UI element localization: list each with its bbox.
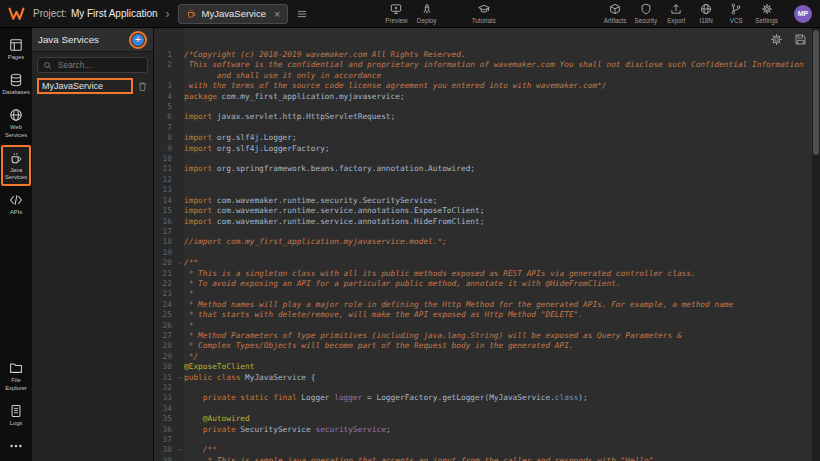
code-line: 7 bbox=[154, 123, 812, 133]
search-box[interactable] bbox=[37, 57, 148, 73]
fold-gutter bbox=[175, 425, 184, 435]
topbar-action-preview[interactable]: Preview bbox=[383, 2, 409, 25]
sidebar-item-databases[interactable]: Databases bbox=[1, 67, 31, 101]
add-java-service-button[interactable]: + bbox=[132, 34, 144, 46]
fold-gutter bbox=[175, 331, 184, 341]
code-editor[interactable]: 1/*Copyright (c) 2018-2019 wavemaker.com… bbox=[154, 28, 820, 461]
code-text: import javax.servlet.http.HttpServletReq… bbox=[184, 112, 812, 122]
line-number: 1 bbox=[154, 50, 175, 60]
fold-gutter bbox=[175, 227, 184, 237]
fold-gutter bbox=[175, 248, 184, 258]
rail-top-group: PagesDatabasesWeb ServicesJava ServicesA… bbox=[0, 32, 32, 223]
fold-gutter bbox=[175, 92, 184, 102]
code-line: 17 bbox=[154, 227, 812, 237]
line-number: 26 bbox=[154, 321, 175, 331]
fold-gutter bbox=[175, 217, 184, 227]
code-text bbox=[184, 383, 812, 393]
code-text: @ExposeToClient bbox=[184, 362, 812, 372]
code-line: 23 * bbox=[154, 289, 812, 299]
save-icon[interactable] bbox=[794, 33, 807, 46]
line-number: 19 bbox=[154, 248, 175, 258]
fold-gutter bbox=[175, 362, 184, 372]
artifacts-icon bbox=[609, 3, 621, 15]
line-number: 22 bbox=[154, 279, 175, 289]
pages-icon bbox=[9, 38, 23, 52]
sidebar-item-label: Java Services bbox=[3, 167, 29, 181]
main-area: PagesDatabasesWeb ServicesJava ServicesA… bbox=[0, 28, 820, 461]
code-area[interactable]: 1/*Copyright (c) 2018-2019 wavemaker.com… bbox=[154, 28, 812, 461]
code-text: * Method Parameters of type primitives (… bbox=[184, 331, 812, 341]
topbar: Project: My First Application › MyJavaSe… bbox=[0, 0, 820, 28]
export-icon bbox=[670, 3, 682, 15]
fold-gutter bbox=[175, 206, 184, 216]
action-label: Security bbox=[634, 17, 657, 24]
topbar-right-actions: ArtifactsSecurityExportI18NVCSSettings bbox=[602, 2, 780, 25]
fold-gutter bbox=[175, 456, 184, 461]
service-item-myjavaservice[interactable]: MyJavaService bbox=[32, 77, 153, 95]
fold-gutter bbox=[175, 112, 184, 122]
topbar-action-artifacts[interactable]: Artifacts bbox=[602, 2, 629, 25]
fold-marker-icon[interactable]: - bbox=[175, 258, 184, 268]
delete-icon[interactable] bbox=[137, 81, 148, 92]
line-number: 4 bbox=[154, 92, 175, 102]
avatar[interactable]: MP bbox=[794, 5, 812, 23]
editor-settings-icon[interactable] bbox=[770, 33, 783, 46]
left-rail: PagesDatabasesWeb ServicesJava ServicesA… bbox=[0, 28, 32, 461]
topbar-action-deploy[interactable]: Deploy bbox=[414, 2, 440, 25]
tab-list-icon[interactable] bbox=[296, 8, 308, 20]
topbar-action-tutorials[interactable]: Tutorials bbox=[470, 2, 498, 25]
code-text: import org.slf4j.LoggerFactory; bbox=[184, 144, 812, 154]
close-icon[interactable]: × bbox=[274, 8, 280, 20]
fold-gutter bbox=[175, 123, 184, 133]
line-number: 10 bbox=[154, 154, 175, 164]
code-text bbox=[184, 435, 812, 445]
code-text: @Autowired bbox=[184, 414, 812, 424]
sidebar-item-dots[interactable] bbox=[1, 433, 31, 458]
code-line: 1/*Copyright (c) 2018-2019 wavemaker.com… bbox=[154, 50, 812, 60]
code-text bbox=[184, 404, 812, 414]
sidebar-item-label: APIs bbox=[10, 209, 22, 216]
preview-icon bbox=[390, 3, 402, 15]
code-line: 18//import com.my_first_application.myja… bbox=[154, 237, 812, 247]
project-label: Project: bbox=[33, 8, 67, 19]
line-number: 29 bbox=[154, 352, 175, 362]
tab-title: MyJavaService bbox=[202, 8, 266, 19]
line-number: 36 bbox=[154, 425, 175, 435]
sidebar-item-web-services[interactable]: Web Services bbox=[1, 102, 31, 143]
tab-myjavaservice[interactable]: MyJavaService × bbox=[178, 4, 289, 24]
topbar-action-i18n[interactable]: I18N bbox=[693, 2, 719, 25]
wavemaker-logo-icon[interactable] bbox=[8, 5, 25, 22]
java-services-panel: Java Services + MyJavaService bbox=[32, 28, 154, 461]
sidebar-item-apis[interactable]: APIs bbox=[1, 187, 31, 221]
search-input[interactable] bbox=[56, 59, 142, 71]
code-line: 14import com.wavemaker.runtime.security.… bbox=[154, 196, 812, 206]
fold-gutter bbox=[175, 50, 184, 60]
editor-scrollbar[interactable] bbox=[812, 28, 820, 461]
scrollbar-thumb[interactable] bbox=[813, 30, 819, 155]
code-text: private static final Logger logger = Log… bbox=[184, 393, 812, 403]
code-line: 29 */ bbox=[154, 352, 812, 362]
topbar-action-settings[interactable]: Settings bbox=[753, 2, 780, 25]
code-line: 13 bbox=[154, 185, 812, 195]
fold-gutter bbox=[175, 60, 184, 81]
topbar-action-export[interactable]: Export bbox=[663, 2, 689, 25]
fold-marker-icon[interactable]: - bbox=[175, 373, 184, 383]
fold-marker-icon[interactable]: - bbox=[175, 445, 184, 455]
topbar-action-vcs[interactable]: VCS bbox=[723, 2, 749, 25]
sidebar-item-logs[interactable]: Logs bbox=[1, 398, 31, 432]
code-text bbox=[184, 227, 812, 237]
code-line: 24 * Method names will play a major role… bbox=[154, 300, 812, 310]
sidebar-item-file-explorer[interactable]: File Explorer bbox=[1, 355, 31, 396]
line-number: 35 bbox=[154, 414, 175, 424]
code-text: * This is a singleton class with all its… bbox=[184, 269, 812, 279]
line-number: 32 bbox=[154, 383, 175, 393]
topbar-action-security[interactable]: Security bbox=[632, 2, 659, 25]
code-text: private SecurityService securityService; bbox=[184, 425, 812, 435]
sidebar-item-java-services[interactable]: Java Services bbox=[1, 145, 31, 186]
code-line: 9import org.slf4j.LoggerFactory; bbox=[154, 144, 812, 154]
action-label: VCS bbox=[730, 17, 743, 24]
code-text: import org.slf4j.Logger; bbox=[184, 133, 812, 143]
code-line: 32 bbox=[154, 383, 812, 393]
project-breadcrumb[interactable]: Project: My First Application bbox=[33, 8, 158, 19]
sidebar-item-pages[interactable]: Pages bbox=[1, 32, 31, 66]
